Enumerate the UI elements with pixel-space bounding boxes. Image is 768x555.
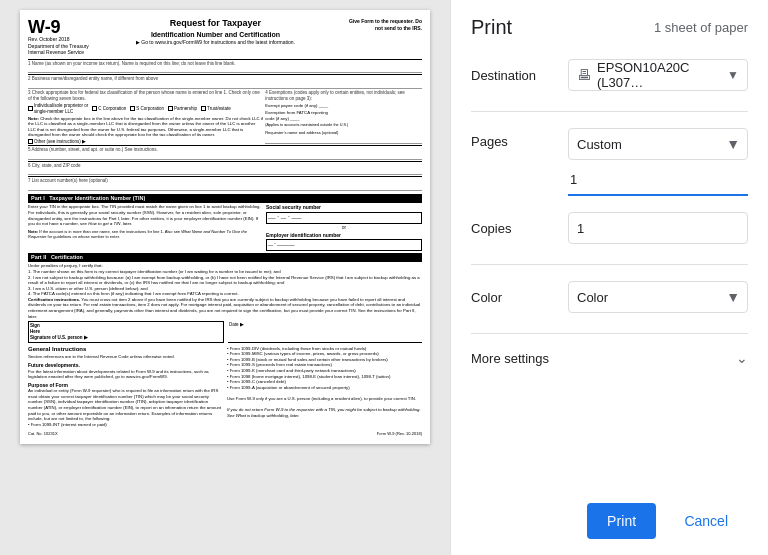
w9-form: W-9 Rev. October 2018 Department of the … [20, 10, 430, 444]
llc-note: Note: Check the appropriate box in the l… [28, 116, 263, 138]
address-content [28, 153, 422, 160]
line4-label: 4 Exemptions (codes apply only to certai… [265, 90, 422, 102]
divider-3 [471, 333, 748, 334]
sign-section: SignHere Signature of U.S. person ▶ Date… [28, 321, 422, 343]
spacer [471, 374, 748, 491]
print-button[interactable]: Print [587, 503, 657, 539]
more-settings[interactable]: More settings ⌄ [471, 342, 748, 374]
print-title: Print [471, 16, 512, 39]
more-settings-label: More settings [471, 351, 549, 366]
form-line-1: 1 Name (as shown on your income tax retu… [28, 59, 422, 75]
date-box: Date ▶ [228, 321, 422, 343]
part1-header: Part I Taxpayer Identification Number (T… [28, 194, 422, 203]
part2-label: Part II [31, 254, 46, 260]
ssn-dashes: ___-__-____ [268, 214, 420, 220]
pages-select[interactable]: All Custom [568, 128, 748, 160]
or-label: or [266, 225, 422, 231]
pages-input-wrapper[interactable] [568, 164, 748, 196]
copies-label: Copies [471, 221, 541, 236]
pages-select-wrapper[interactable]: All Custom ▼ [568, 128, 748, 160]
color-row: Color Color Black and white ▼ [471, 281, 748, 313]
gi-header: General Instructions [28, 346, 223, 354]
cb-other: Other (see instructions) ▶ [28, 139, 263, 145]
cb-individual: Individual/sole proprietor orsingle-memb… [28, 103, 88, 115]
destination-control[interactable]: 🖶 EPSON10A20C (L307… ▼ [568, 59, 748, 91]
destination-text: EPSON10A20C (L307… [597, 60, 727, 90]
tin-note: Note: If the account is in more than one… [28, 229, 262, 239]
destination-inner: 🖶 EPSON10A20C (L307… [577, 60, 727, 90]
form-main-title: Request for Taxpayer [89, 18, 342, 30]
cb-scorp: S Corporation [130, 106, 164, 112]
give-form-text: Give Form to the requester. Do not send … [342, 18, 422, 56]
form-title-block: Request for Taxpayer Identification Numb… [89, 18, 342, 56]
form-account: 7 List account number(s) here (optional) [28, 176, 422, 192]
form-subtitle: Identification Number and Certification [89, 30, 342, 39]
form-line-2: 2 Business name/disregarded entity name,… [28, 74, 422, 90]
color-select-wrapper[interactable]: Color Black and white ▼ [568, 281, 748, 313]
color-control[interactable]: Color Black and white ▼ [568, 281, 748, 313]
gi-col-right: • Form 1099-DIV (dividends, including th… [227, 346, 422, 428]
printer-icon: 🖶 [577, 67, 591, 83]
divider-2 [471, 264, 748, 265]
destination-row: Destination 🖶 EPSON10A20C (L307… ▼ [471, 59, 748, 91]
part2-header: Part II Certification [28, 253, 422, 262]
print-panel: Print 1 sheet of paper Destination 🖶 EPS… [450, 0, 768, 555]
part1-label: Part I [31, 195, 45, 201]
gi-future-dev-text: For the latest information about develop… [28, 369, 223, 380]
ssn-box: ___-__-____ [266, 212, 422, 224]
tin-instructions: Enter your TIN in the appropriate box. T… [28, 204, 262, 226]
tin-left: Enter your TIN in the appropriate box. T… [28, 204, 262, 251]
form-line-3: 3 Check appropriate box for federal tax … [28, 90, 263, 145]
date-label: Date ▶ [229, 322, 421, 328]
divider-1 [471, 111, 748, 112]
color-label: Color [471, 290, 541, 305]
gi-col-left: General Instructions Section references … [28, 346, 223, 428]
requester-content [265, 137, 422, 144]
form-dept: Department of the TreasuryInternal Reven… [28, 43, 89, 56]
form-address: 5 Address (number, street, and apt. or s… [28, 145, 422, 161]
city-content [28, 168, 422, 175]
color-select[interactable]: Color Black and white [568, 281, 748, 313]
form-line-3-4: 3 Check appropriate box for federal tax … [28, 90, 422, 145]
cb-ccorp: C Corporation [92, 106, 126, 112]
cb-partnership: Partnership [168, 106, 197, 112]
pages-label: Pages [471, 134, 541, 149]
form-id: W-9 [28, 18, 89, 36]
chevron-down-icon: ▼ [727, 68, 739, 82]
ssn-label: Social security number [266, 204, 422, 211]
cancel-button[interactable]: Cancel [664, 503, 748, 539]
print-header: Print 1 sheet of paper [471, 16, 748, 39]
checkbox-row: Individual/sole proprietor orsingle-memb… [28, 103, 263, 115]
form-city: 6 City, state, and ZIP code [28, 161, 422, 177]
sign-here-label: SignHere [30, 323, 222, 335]
document-preview: W-9 Rev. October 2018 Department of the … [0, 0, 450, 555]
ein-label: Employer identification number [266, 232, 422, 239]
copies-control[interactable] [568, 212, 748, 244]
exempt-payee: Exempt payee code (if any) ____ [265, 103, 422, 109]
sheets-info: 1 sheet of paper [654, 20, 748, 35]
part2-title: Certification [51, 254, 83, 260]
cb-trust: Trust/estate [201, 106, 231, 112]
pages-control: All Custom ▼ [568, 128, 748, 196]
part1-title: Taxpayer Identification Number (TIN) [49, 195, 145, 201]
form-number: Form W-9 (Rev. 10-2018) [377, 431, 422, 436]
line1-content [28, 66, 422, 73]
cat-no: Cat. No. 10231X [28, 431, 58, 436]
form-url: ▶ Go to www.irs.gov/FormW9 for instructi… [89, 39, 342, 46]
pages-input-row [568, 164, 748, 196]
form-footer: Cat. No. 10231X Form W-9 (Rev. 10-2018) [28, 431, 422, 436]
destination-label: Destination [471, 68, 541, 83]
account-content [28, 184, 422, 191]
pages-input[interactable] [568, 164, 748, 196]
chevron-down-icon: ⌄ [736, 350, 748, 366]
sign-person-label: Signature of U.S. person ▶ [30, 335, 222, 341]
form-line-4: 4 Exemptions (codes apply only to certai… [265, 90, 422, 145]
requester-name: Requester's name and address (optional) [265, 130, 422, 135]
general-instructions: General Instructions Section references … [28, 346, 422, 428]
ein-box: __ - _______ [266, 239, 422, 251]
destination-dropdown[interactable]: 🖶 EPSON10A20C (L307… ▼ [568, 59, 748, 91]
copies-input[interactable] [568, 212, 748, 244]
gi-section-refs: Section references are to the Internal R… [28, 354, 223, 360]
tin-right: Social security number ___-__-____ or Em… [266, 204, 422, 251]
button-row: Print Cancel [471, 491, 748, 539]
